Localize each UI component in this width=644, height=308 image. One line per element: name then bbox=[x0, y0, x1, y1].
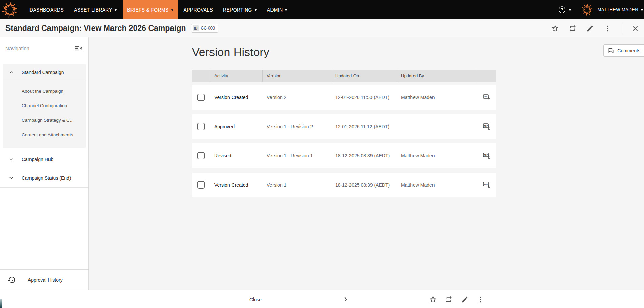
avatar-sunburst-icon bbox=[581, 3, 593, 16]
sidebar-item-about-the-campaign[interactable]: About the Campaign bbox=[3, 84, 86, 98]
kebab-menu-icon bbox=[604, 25, 611, 32]
chevron-up-icon bbox=[8, 69, 14, 75]
svg-text:PDF: PDF bbox=[484, 96, 488, 98]
standard-campaign-items: About the Campaign Channel Configuration… bbox=[3, 81, 86, 148]
navigation-sidebar: Navigation Standard Campaign About the C… bbox=[0, 37, 89, 290]
user-menu[interactable]: MATTHEW MADEN bbox=[597, 7, 644, 12]
workflow-button[interactable] bbox=[569, 24, 577, 32]
cell-version: Version 1 - Revision 2 bbox=[263, 114, 331, 139]
download-pdf-button[interactable]: PDF bbox=[483, 152, 491, 160]
svg-text:?: ? bbox=[561, 7, 563, 12]
sidebar-section-campaign-status-end[interactable]: Campaign Status (End) bbox=[0, 169, 88, 188]
repeat-icon bbox=[569, 24, 577, 32]
pdf-download-icon: PDF bbox=[483, 181, 491, 189]
chevron-down-icon bbox=[285, 9, 287, 11]
pencil-icon bbox=[586, 25, 594, 32]
download-pdf-button[interactable]: PDF bbox=[483, 93, 491, 101]
title-bar: Standard Campaign: View March 2026 Campa… bbox=[0, 19, 644, 37]
download-pdf-button[interactable]: PDF bbox=[483, 181, 491, 189]
table-row: Revised Version 1 - Revision 1 18-12-202… bbox=[192, 143, 496, 168]
spacer bbox=[0, 148, 88, 150]
column-header-updated-by: Updated By bbox=[397, 70, 477, 82]
chevron-down-icon bbox=[569, 9, 571, 11]
collapse-menu-icon bbox=[74, 44, 83, 52]
footer-icon-group bbox=[429, 290, 484, 308]
edit-button-footer[interactable] bbox=[461, 296, 468, 303]
help-icon: ? bbox=[558, 6, 566, 14]
approval-history-button[interactable]: Approval History bbox=[0, 269, 88, 290]
nav-admin[interactable]: ADMIN bbox=[263, 0, 292, 19]
nav-approvals[interactable]: APPROVALS bbox=[179, 0, 217, 19]
chevron-right-icon bbox=[342, 295, 350, 303]
row-checkbox[interactable] bbox=[197, 123, 205, 130]
chevron-down-icon bbox=[171, 9, 174, 11]
sidebar-item-channel-configuration[interactable]: Channel Configuration bbox=[3, 98, 86, 113]
sidebar-title: Navigation bbox=[5, 45, 29, 51]
version-history-heading: Version History bbox=[192, 45, 269, 59]
nav-dashboards[interactable]: DASHBOARDS bbox=[25, 0, 68, 19]
cell-activity: Revised bbox=[210, 143, 263, 168]
row-checkbox[interactable] bbox=[197, 181, 205, 189]
chevron-down-icon bbox=[114, 9, 117, 11]
help-menu[interactable]: ? bbox=[558, 6, 571, 14]
user-avatar[interactable] bbox=[580, 3, 594, 17]
repeat-icon bbox=[445, 295, 453, 303]
more-actions-button-footer[interactable] bbox=[477, 296, 484, 303]
spacer bbox=[0, 188, 88, 269]
collapse-sidebar-button[interactable] bbox=[74, 44, 83, 52]
top-navbar: DASHBOARDS ASSET LIBRARY BRIEFS & FORMS … bbox=[0, 0, 644, 19]
divider bbox=[621, 23, 621, 34]
id-chip: ID bbox=[193, 25, 199, 31]
sidebar-header: Navigation bbox=[0, 40, 88, 56]
chevron-down-icon bbox=[254, 9, 257, 11]
cell-updated-by bbox=[397, 114, 477, 139]
version-history-table: Activity Version Updated On Updated By V… bbox=[192, 70, 496, 202]
svg-text:PDF: PDF bbox=[484, 183, 488, 185]
svg-text:PDF: PDF bbox=[484, 125, 488, 127]
chevron-down-icon bbox=[641, 9, 643, 11]
history-clock-icon bbox=[7, 276, 16, 284]
workflow-button-footer[interactable] bbox=[445, 295, 453, 303]
brand-logo[interactable] bbox=[0, 0, 20, 19]
row-checkbox[interactable] bbox=[197, 152, 205, 159]
campaign-id-badge: ID CC-003 bbox=[191, 24, 218, 33]
nav-asset-library[interactable]: ASSET LIBRARY bbox=[69, 0, 121, 19]
column-header-updated-on: Updated On bbox=[331, 70, 397, 82]
download-pdf-button[interactable]: PDF bbox=[483, 122, 491, 131]
page-title: Standard Campaign: View March 2026 Campa… bbox=[5, 24, 186, 33]
favorite-button-footer[interactable] bbox=[429, 295, 437, 303]
pencil-icon bbox=[461, 296, 468, 303]
favorite-button[interactable] bbox=[551, 24, 559, 32]
pdf-download-icon: PDF bbox=[483, 152, 491, 160]
close-button[interactable] bbox=[631, 24, 639, 33]
row-checkbox[interactable] bbox=[197, 94, 205, 101]
sunburst-logo-icon bbox=[1, 1, 19, 19]
cell-updated-on: 12-01-2026 11:12 (AEDT) bbox=[331, 114, 397, 139]
id-value: CC-003 bbox=[201, 26, 215, 31]
sidebar-item-campaign-strategy[interactable]: Campaign Strategy & C... bbox=[3, 113, 86, 128]
cell-updated-by: Matthew Maden bbox=[397, 143, 477, 168]
sidebar-section-campaign-hub[interactable]: Campaign Hub bbox=[0, 150, 88, 169]
next-button[interactable] bbox=[342, 295, 350, 303]
sidebar-item-content-attachments[interactable]: Content and Attachments bbox=[3, 128, 86, 142]
cell-activity: Approved bbox=[210, 114, 263, 139]
close-footer-button[interactable]: Close bbox=[245, 290, 266, 308]
actions-column-header bbox=[477, 70, 496, 82]
cell-activity: Version Created bbox=[210, 173, 263, 197]
chevron-down-icon bbox=[8, 175, 14, 181]
comments-button[interactable]: Comments bbox=[603, 44, 644, 57]
cell-version: Version 1 - Revision 1 bbox=[263, 143, 331, 168]
more-actions-button[interactable] bbox=[604, 25, 611, 32]
nav-briefs-forms[interactable]: BRIEFS & FORMS bbox=[123, 0, 178, 19]
navbar-right: ? MATTHEW MADEN bbox=[558, 0, 644, 19]
edit-button[interactable] bbox=[586, 25, 594, 32]
table-body: Version Created Version 2 12-01-2026 11:… bbox=[192, 85, 496, 197]
table-row: Version Created Version 2 12-01-2026 11:… bbox=[192, 85, 496, 110]
select-column-header bbox=[192, 70, 210, 82]
cell-activity: Version Created bbox=[210, 85, 263, 110]
standard-campaign-header[interactable]: Standard Campaign bbox=[3, 64, 86, 81]
table-row: Approved Version 1 - Revision 2 12-01-20… bbox=[192, 114, 496, 139]
pdf-download-icon: PDF bbox=[483, 122, 491, 131]
nav-reporting[interactable]: REPORTING bbox=[219, 0, 261, 19]
comments-icon bbox=[608, 47, 615, 54]
